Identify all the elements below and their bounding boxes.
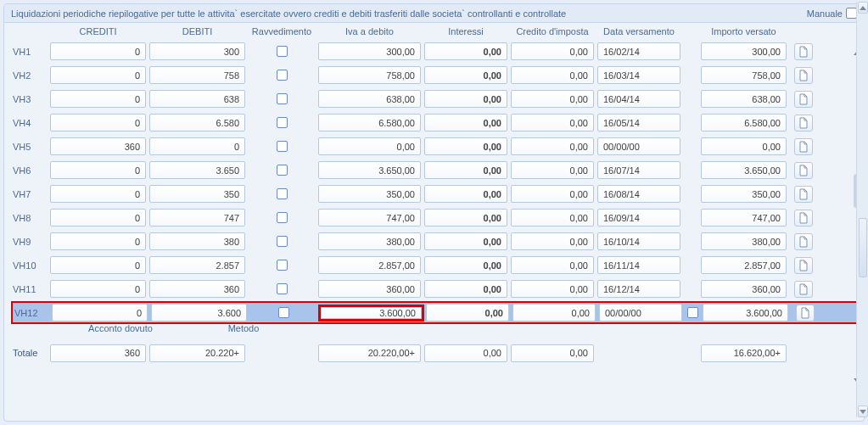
credito-imposta-field[interactable] (511, 137, 594, 155)
iva-debito-field[interactable] (318, 137, 421, 155)
importo-versato-field[interactable] (701, 66, 787, 84)
credito-imposta-field[interactable] (511, 280, 594, 298)
ravvedimento-checkbox[interactable] (277, 93, 288, 104)
crediti-field[interactable] (50, 161, 146, 179)
interessi-field[interactable] (424, 280, 507, 298)
outer-scroll-down-button[interactable] (858, 405, 868, 417)
document-button[interactable] (794, 162, 813, 179)
credito-imposta-field[interactable] (511, 42, 594, 60)
iva-debito-field[interactable] (318, 185, 421, 203)
data-versamento-field[interactable] (597, 114, 680, 131)
ravvedimento-checkbox[interactable] (277, 46, 288, 57)
crediti-field[interactable] (50, 256, 146, 274)
crediti-field[interactable] (52, 304, 148, 322)
importo-versato-field[interactable] (701, 114, 787, 131)
data-versamento-field[interactable] (597, 42, 680, 60)
credito-imposta-field[interactable] (511, 185, 594, 203)
ravvedimento-checkbox[interactable] (277, 117, 288, 128)
importo-versato-field[interactable] (701, 185, 787, 203)
ravvedimento-checkbox[interactable] (277, 141, 288, 152)
debiti-field[interactable] (149, 114, 245, 131)
importo-versato-field[interactable] (701, 137, 787, 155)
interessi-field[interactable] (426, 304, 509, 322)
data-versamento-field[interactable] (597, 161, 680, 179)
importo-versato-field[interactable] (701, 256, 787, 274)
outer-scroll-up-button[interactable] (858, 2, 868, 14)
interessi-field[interactable] (424, 90, 507, 108)
credito-imposta-field[interactable] (511, 232, 594, 250)
document-button[interactable] (794, 43, 813, 60)
debiti-field[interactable] (149, 66, 245, 84)
iva-debito-field[interactable] (318, 280, 421, 298)
document-button[interactable] (794, 115, 813, 131)
interessi-field[interactable] (424, 114, 507, 131)
interessi-field[interactable] (424, 66, 507, 84)
credito-imposta-field[interactable] (511, 114, 594, 131)
importo-versato-field[interactable] (703, 304, 788, 322)
crediti-field[interactable] (50, 209, 146, 226)
document-button[interactable] (794, 138, 813, 155)
iva-debito-field[interactable] (318, 161, 421, 179)
data-versamento-field[interactable] (599, 304, 682, 322)
document-button[interactable] (794, 91, 813, 108)
data-versamento-field[interactable] (597, 185, 680, 203)
debiti-field[interactable] (149, 280, 245, 298)
debiti-field[interactable] (149, 256, 245, 274)
ravvedimento-checkbox[interactable] (277, 188, 288, 199)
crediti-field[interactable] (50, 114, 146, 131)
interessi-field[interactable] (424, 256, 507, 274)
ravvedimento-checkbox[interactable] (277, 283, 288, 294)
interessi-field[interactable] (424, 161, 507, 179)
data-versamento-field[interactable] (597, 137, 680, 155)
totale-crediti[interactable] (50, 344, 146, 362)
totale-importo[interactable] (701, 344, 787, 362)
ravvedimento-checkbox[interactable] (277, 212, 288, 223)
interessi-field[interactable] (424, 232, 507, 250)
debiti-field[interactable] (149, 137, 245, 155)
iva-debito-field[interactable] (318, 209, 421, 226)
iva-debito-field[interactable] (318, 114, 421, 131)
ravvedimento-checkbox[interactable] (277, 165, 288, 176)
data-versamento-field[interactable] (597, 66, 680, 84)
crediti-field[interactable] (50, 280, 146, 298)
iva-debito-field[interactable] (318, 90, 421, 108)
debiti-field[interactable] (149, 42, 245, 60)
crediti-field[interactable] (50, 90, 146, 108)
credito-imposta-field[interactable] (511, 256, 594, 274)
document-button[interactable] (794, 67, 813, 84)
outer-scroll-thumb[interactable] (859, 218, 867, 277)
crediti-field[interactable] (50, 66, 146, 84)
interessi-field[interactable] (424, 209, 507, 226)
interessi-field[interactable] (424, 42, 507, 60)
credito-imposta-field[interactable] (511, 161, 594, 179)
crediti-field[interactable] (50, 137, 146, 155)
credito-imposta-field[interactable] (511, 209, 594, 226)
ravvedimento-checkbox[interactable] (277, 236, 288, 247)
importo-versato-field[interactable] (701, 232, 787, 250)
document-button[interactable] (794, 233, 813, 250)
iva-debito-field[interactable] (318, 42, 421, 60)
totale-debiti[interactable] (149, 344, 245, 362)
importo-versato-field[interactable] (701, 209, 787, 226)
document-button[interactable] (796, 305, 815, 322)
data-versamento-field[interactable] (597, 232, 680, 250)
document-button[interactable] (794, 186, 813, 203)
document-button[interactable] (794, 257, 813, 274)
data-versamento-field[interactable] (597, 209, 680, 226)
data-versamento-field[interactable] (597, 90, 680, 108)
credito-imposta-field[interactable] (511, 66, 594, 84)
crediti-field[interactable] (50, 42, 146, 60)
importo-versato-field[interactable] (701, 280, 787, 298)
iva-debito-field[interactable] (318, 256, 421, 274)
debiti-field[interactable] (149, 185, 245, 203)
rows-scroll-area[interactable]: VH1VH2VH3VH4VH5VH6VH7VH8VH9VH10VH11VH12 … (4, 40, 864, 379)
interessi-field[interactable] (424, 137, 507, 155)
importo-versato-field[interactable] (701, 42, 787, 60)
debiti-field[interactable] (151, 304, 247, 322)
iva-debito-field[interactable] (318, 232, 421, 250)
iva-debito-field[interactable] (321, 307, 422, 319)
iva-debito-field[interactable] (318, 66, 421, 84)
importo-checkbox[interactable] (687, 307, 698, 318)
importo-versato-field[interactable] (701, 161, 787, 179)
debiti-field[interactable] (149, 161, 245, 179)
